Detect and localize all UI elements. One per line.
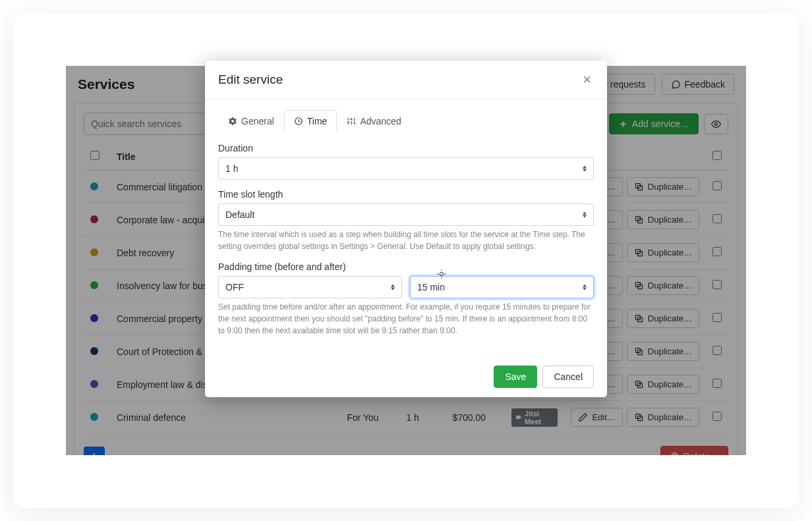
sliders-icon xyxy=(347,117,356,126)
timeslot-label: Time slot length xyxy=(218,189,594,200)
modal-title: Edit service xyxy=(218,72,283,87)
tab-time[interactable]: Time xyxy=(284,110,337,132)
chevron-updown-icon xyxy=(583,285,587,290)
clock-icon xyxy=(294,117,303,126)
padding-help: Set padding time before and/or after an … xyxy=(218,301,594,337)
tab-advanced[interactable]: Advanced xyxy=(337,110,411,132)
padding-before-select[interactable]: OFF xyxy=(218,276,402,298)
timeslot-select[interactable]: Default xyxy=(218,204,594,226)
timeslot-help: The time interval which is used as a ste… xyxy=(218,229,594,252)
chevron-updown-icon xyxy=(583,212,587,218)
cancel-button[interactable]: Cancel xyxy=(542,366,594,388)
chevron-updown-icon xyxy=(391,285,395,290)
gear-icon xyxy=(228,117,237,126)
save-button[interactable]: Save xyxy=(494,366,537,388)
padding-label: Padding time (before and after) xyxy=(218,261,594,272)
duration-label: Duration xyxy=(218,143,594,153)
edit-service-modal: Edit service × General Time Advanced Dur… xyxy=(205,61,607,397)
padding-after-select[interactable]: 15 min xyxy=(410,276,594,298)
tab-general[interactable]: General xyxy=(218,110,284,132)
chevron-updown-icon xyxy=(583,166,587,172)
modal-tabs: General Time Advanced xyxy=(218,110,594,132)
duration-select[interactable]: 1 h xyxy=(218,157,594,180)
close-button[interactable]: × xyxy=(580,71,594,88)
